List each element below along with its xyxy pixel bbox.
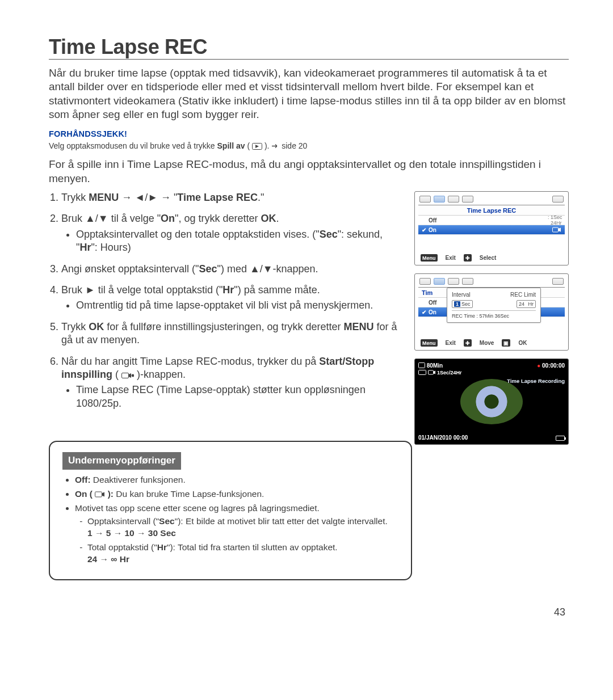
- lcd2-ok-label: OK: [518, 340, 527, 346]
- tab-icon-active: [434, 196, 445, 203]
- svg-rect-5: [419, 363, 425, 368]
- lcd1-option-on: ✔ On: [418, 225, 565, 235]
- tab-icon: [419, 196, 431, 203]
- lcd-screen-1: Time Lapse REC Off ✔ On : 1Sec 24Hr Menu: [414, 191, 569, 265]
- step-3: Angi ønsket opptaksintervall ("Sec") med…: [61, 263, 404, 276]
- submenu-on: On ( ): Du kan bruke Time Lapse-funksjon…: [75, 488, 398, 500]
- submenu-box: Undermenyoppføringer Off: Deaktiverer fu…: [49, 441, 412, 580]
- tab-icon: [419, 278, 431, 285]
- step-5: Trykk OK for å fullføre innstillingsjust…: [61, 321, 404, 347]
- submenu-desc: Motivet tas opp scene etter scene og lag…: [75, 503, 398, 566]
- resolution-icon: [418, 370, 426, 375]
- submenu-hr: Total opptakstid ("Hr"): Total tid fra s…: [87, 542, 398, 566]
- ok-icon: ▣: [502, 339, 510, 347]
- camcorder-rec-icon: [121, 372, 134, 379]
- svg-rect-7: [428, 370, 433, 374]
- menu-button-label: Menu: [421, 254, 438, 262]
- svg-rect-6: [419, 370, 426, 375]
- svg-rect-3: [95, 492, 102, 497]
- lcd-screen-2: Tim Off ✔ On Interval REC Limit 1Sec: [414, 273, 569, 351]
- rec-mode-label: Time Lapse Recording: [418, 377, 565, 384]
- card-icon: [552, 196, 564, 203]
- lcd1-select-label: Select: [480, 255, 496, 261]
- tab-icon: [448, 278, 459, 285]
- play-mode-icon: [252, 143, 262, 150]
- rec-datestamp: 01/JAN/2010 00:00: [418, 435, 468, 441]
- timelapse-small-icon: [428, 370, 436, 375]
- intro-paragraph: Når du bruker time lapse (opptak med tid…: [49, 66, 569, 121]
- lcd1-side-values: : 1Sec 24Hr: [548, 214, 572, 226]
- step-4-note: Omtrentlig tid på time lapse-opptaket vi…: [76, 299, 404, 312]
- recording-preview: 80Min ● 00:00:00 1Sec/24Hr Time Lapse Re…: [414, 359, 569, 445]
- submenu-off: Off: Deaktiverer funksjonen.: [75, 474, 398, 486]
- step-2-note: Opptaksintervallet og den totale opptaks…: [76, 228, 404, 255]
- submenu-sec: Opptaksintervall ("Sec"): Et bilde at mo…: [87, 516, 398, 539]
- lcd1-top-icons: [418, 195, 565, 203]
- check-icon: ✔: [422, 227, 426, 233]
- step-6-note: Time Lapse REC (Time Lapse-opptak) støtt…: [76, 383, 404, 410]
- rec-battery-remaining: 80Min: [418, 362, 443, 369]
- page-title: Time Lapse REC: [49, 35, 569, 60]
- step-6: Når du har angitt Time Lapse REC-modus, …: [61, 355, 404, 411]
- rec-timecode: ● 00:00:00: [537, 362, 565, 369]
- rec-dot-icon: ●: [537, 362, 540, 369]
- lcd2-popup: Interval REC Limit 1Sec 24 Hr REC Time :…: [447, 288, 541, 323]
- interval-value-box: 1Sec: [452, 300, 473, 308]
- svg-point-2: [132, 374, 134, 377]
- step-list: Trykk MENU → ◄/► → "Time Lapse REC." Bru…: [49, 191, 404, 410]
- lcd2-move-label: Move: [480, 340, 494, 346]
- lcd2-top-icons: [418, 277, 565, 285]
- timelapse-small-icon: [552, 227, 561, 233]
- menu-button-label: Menu: [421, 339, 438, 347]
- page-number: 43: [49, 606, 569, 618]
- step-4: Bruk ► til å velge total opptakstid ("Hr…: [61, 284, 404, 313]
- lead-paragraph-2: For å spille inn i Time Lapse REC-modus,…: [49, 158, 569, 185]
- step-1: Trykk MENU → ◄/► → "Time Lapse REC.": [61, 191, 404, 204]
- precheck-text: Velg opptaksmodusen du vil bruke ved å t…: [49, 141, 569, 151]
- svg-rect-1: [122, 373, 129, 378]
- check-icon: ✔: [422, 309, 426, 315]
- lcd1-menu-title: Time Lapse REC: [418, 205, 565, 216]
- lcd2-exit-label: Exit: [446, 340, 456, 346]
- submenu-heading: Undermenyoppføringer: [62, 452, 181, 470]
- precheck-heading: FORHÅNDSSJEKK!: [49, 129, 569, 138]
- svg-rect-4: [553, 227, 559, 232]
- tab-icon: [462, 278, 473, 285]
- step-2: Bruk ▲/▼ til å velge "On", og trykk dere…: [61, 212, 404, 254]
- dpad-icon: ✚: [464, 339, 472, 347]
- lcd1-option-off: Off: [418, 216, 565, 225]
- reclimit-value-box: 24 Hr: [517, 300, 536, 308]
- pageref-arrow-icon: [271, 144, 279, 149]
- card-icon: [418, 362, 425, 368]
- lcd1-exit-label: Exit: [446, 255, 456, 261]
- reclimit-label: REC Limit: [510, 292, 536, 298]
- timelapse-mode-icon: [95, 491, 105, 497]
- card-icon: [552, 278, 564, 285]
- tab-icon: [448, 196, 459, 203]
- dpad-icon: ✚: [464, 254, 472, 262]
- rec-interval-line: 1Sec/24Hr: [418, 370, 565, 376]
- tab-icon-active: [434, 278, 445, 285]
- battery-icon: [556, 436, 565, 441]
- tab-icon: [462, 196, 473, 203]
- interval-label: Interval: [452, 292, 471, 298]
- rec-time-text: REC Time : 57Min 36Sec: [452, 310, 536, 319]
